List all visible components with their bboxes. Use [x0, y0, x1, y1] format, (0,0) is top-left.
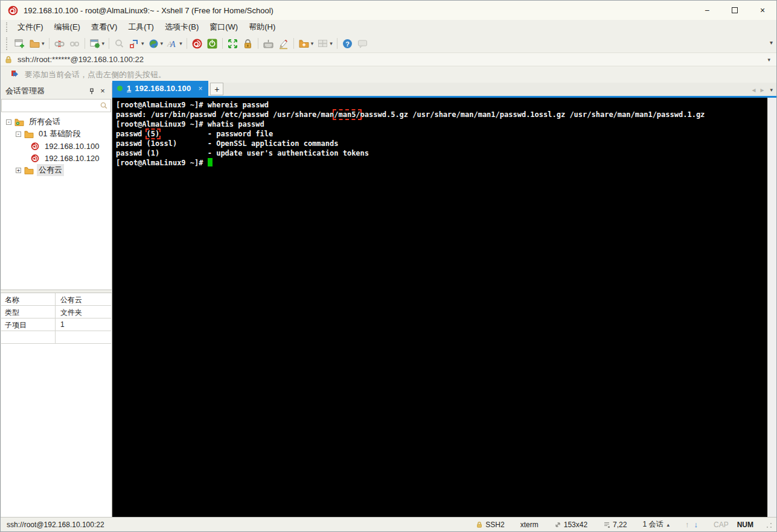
status-terminal-size[interactable]: 153x42: [554, 521, 587, 529]
status-terminal-type[interactable]: xterm: [520, 521, 539, 529]
menu-file[interactable]: 文件(F): [12, 21, 49, 34]
tree-node-all-sessions[interactable]: - 所有会话: [1, 116, 111, 128]
close-button[interactable]: ×: [749, 1, 776, 20]
folder-plus-icon: [298, 38, 310, 49]
property-value: 文件夹: [56, 306, 111, 318]
minimize-button[interactable]: −: [693, 1, 721, 20]
window-title: 192.168.10.100 - root@AlmaLinux9:~ - Xsh…: [24, 6, 693, 15]
tree-node-host2[interactable]: 192.168.10.120: [1, 152, 111, 164]
virtual-keyboard-button[interactable]: [261, 36, 276, 51]
session-search-box[interactable]: [1, 99, 111, 112]
menu-edit[interactable]: 编辑(E): [49, 21, 86, 34]
lock-icon: [242, 38, 254, 49]
message-bubble-icon: [357, 38, 368, 49]
session-count-dropdown-icon[interactable]: ▴: [667, 522, 670, 528]
menubar-drag-handle[interactable]: [6, 22, 9, 33]
cursor-position-icon: [603, 521, 610, 528]
tab-scroll-right-icon[interactable]: ▸: [760, 86, 764, 94]
download-arrow-icon[interactable]: ↓: [694, 520, 698, 529]
disconnect-button[interactable]: [52, 36, 67, 51]
help-button[interactable]: ?: [340, 36, 355, 51]
session-icon: [30, 154, 40, 163]
tree-node-group[interactable]: - 01 基础阶段: [1, 128, 111, 140]
font-button[interactable]: A A ▾: [165, 36, 184, 51]
encoding-button[interactable]: ▾: [146, 36, 165, 51]
terminal-prompt-line: [root@AlmaLinux9 ~]#: [116, 158, 767, 168]
terminal-scrollbar[interactable]: [767, 98, 776, 517]
property-key: 名称: [1, 293, 56, 305]
tree-label[interactable]: 01 基础阶段: [37, 128, 83, 140]
menu-view[interactable]: 查看(V): [86, 21, 123, 34]
toolbar-drag-handle[interactable]: [6, 37, 9, 50]
tree-node-host1[interactable]: 192.168.10.100: [1, 140, 111, 152]
menu-window[interactable]: 窗口(W): [204, 21, 243, 34]
menu-tools[interactable]: 工具(T): [123, 21, 159, 34]
status-lock-icon: [476, 521, 483, 528]
tile-layout-button[interactable]: ▾: [127, 36, 146, 51]
xshell-app-icon: [8, 5, 18, 16]
open-session-button[interactable]: ▾: [27, 36, 46, 51]
compose-pane-button[interactable]: [276, 36, 291, 51]
encoding-dropdown[interactable]: ▾: [161, 40, 164, 46]
split-pane-dropdown[interactable]: ▾: [330, 40, 333, 46]
address-dropdown[interactable]: ▾: [767, 57, 770, 63]
toolbar-overflow-dropdown[interactable]: ▾: [770, 39, 773, 46]
tree-label[interactable]: 公有云: [37, 164, 64, 176]
keyboard-icon: [263, 38, 274, 49]
new-session-button[interactable]: [12, 36, 27, 51]
font-icon: A A: [167, 38, 178, 49]
session-search-input[interactable]: [2, 100, 100, 111]
window-resize-grip[interactable]: [764, 521, 773, 529]
property-row-empty: [1, 331, 111, 344]
session-icon: [30, 142, 40, 151]
new-folder-button[interactable]: ▾: [296, 36, 316, 51]
reconnect-button[interactable]: [67, 36, 82, 51]
xshell-button[interactable]: [190, 36, 205, 51]
lock-screen-button[interactable]: [240, 36, 255, 51]
menu-help[interactable]: 帮助(H): [243, 21, 281, 34]
expand-icon[interactable]: +: [16, 168, 21, 173]
maximize-icon: [732, 7, 738, 13]
tree-label[interactable]: 192.168.10.100: [43, 141, 101, 151]
collapse-icon[interactable]: -: [16, 131, 21, 137]
tree-label[interactable]: 所有会话: [27, 116, 62, 128]
close-panel-button[interactable]: ×: [97, 86, 108, 97]
new-session-icon: [14, 38, 25, 49]
tab-session-active[interactable]: 1 192.168.10.100 ×: [112, 81, 208, 96]
status-session-count[interactable]: 1 会话 ▴: [642, 519, 670, 530]
search-icon[interactable]: [100, 101, 108, 110]
tree-node-cloud[interactable]: + 公有云: [1, 164, 111, 176]
collapse-icon[interactable]: -: [6, 119, 11, 125]
terminal[interactable]: [root@AlmaLinux9 ~]# whereis passwd pass…: [112, 98, 767, 517]
font-dropdown[interactable]: ▾: [179, 40, 182, 46]
tabbar: 1 192.168.10.100 × + ◂ ▸ ▾: [112, 83, 776, 98]
property-grid: 名称 公有云 类型 文件夹 子项目 1: [1, 293, 111, 344]
maximize-button[interactable]: [721, 1, 749, 20]
split-pane-button[interactable]: ▾: [315, 36, 334, 51]
address-value[interactable]: ssh://root:******@192.168.10.100:22: [18, 55, 766, 64]
fullscreen-button[interactable]: [225, 36, 240, 51]
pin-icon: [88, 87, 95, 95]
session-properties-dropdown[interactable]: ▾: [102, 40, 105, 46]
find-button[interactable]: [112, 36, 127, 51]
tile-layout-dropdown[interactable]: ▾: [141, 40, 144, 46]
feedback-button[interactable]: [355, 36, 370, 51]
tab-close-icon[interactable]: ×: [198, 84, 202, 93]
tab-list-dropdown[interactable]: ▾: [770, 87, 773, 93]
session-properties-button[interactable]: ▾: [88, 36, 107, 51]
open-session-dropdown[interactable]: ▾: [42, 40, 45, 46]
tree-label[interactable]: 192.168.10.120: [43, 153, 101, 163]
property-key: 类型: [1, 306, 56, 318]
terminal-cursor: [208, 158, 213, 166]
menu-tabs[interactable]: 选项卡(B): [159, 21, 204, 34]
tab-scroll-left-icon[interactable]: ◂: [752, 86, 755, 94]
upload-arrow-icon[interactable]: ↑: [685, 520, 689, 529]
xftp-button[interactable]: [205, 36, 220, 51]
terminal-line: passwd: /usr/bin/passwd /etc/passwd /usr…: [116, 110, 767, 119]
new-tab-button[interactable]: +: [210, 83, 223, 95]
addressbar[interactable]: ssh://root:******@192.168.10.100:22 ▾: [1, 52, 776, 66]
terminal-line: passwd (1) - update user's authenticatio…: [116, 148, 767, 158]
pin-panel-button[interactable]: [86, 86, 97, 97]
new-folder-dropdown[interactable]: ▾: [311, 40, 314, 46]
find-icon: [114, 38, 125, 49]
